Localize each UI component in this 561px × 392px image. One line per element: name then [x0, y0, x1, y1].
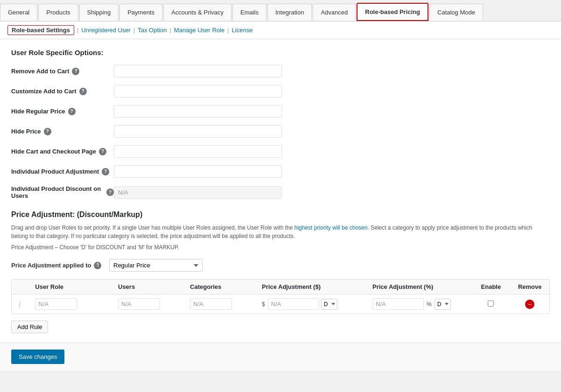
price-dollar-cell: $ D M [257, 294, 368, 314]
form-row-individual-product-discount: Individual Product Discount on Users ? [11, 185, 550, 199]
tab-role-based-pricing[interactable]: Role-based Pricing [357, 3, 428, 21]
price-dollar-select[interactable]: D M [321, 299, 337, 310]
tab-general[interactable]: General [0, 4, 37, 21]
table-row: ⋮ $ [12, 294, 549, 314]
separator-3: | [169, 27, 171, 34]
help-icon-remove-add-to-cart[interactable]: ? [72, 68, 79, 75]
form-row-hide-cart-checkout: Hide Cart and Checkout Page ? [11, 145, 550, 158]
tab-products[interactable]: Products [38, 4, 78, 21]
sub-nav-license[interactable]: License [232, 27, 253, 34]
categories-input[interactable] [190, 298, 232, 310]
users-input[interactable] [118, 298, 160, 310]
col-header-categories: Categories [185, 280, 257, 294]
col-header-enable: Enable [471, 280, 510, 294]
price-adj-applied-row: Price Adjustment applied to ? Regular Pr… [11, 259, 550, 272]
price-pct-cell: % D M [368, 294, 471, 314]
dollar-symbol: $ [262, 301, 265, 308]
users-cell [113, 294, 185, 314]
remove-button[interactable]: − [525, 300, 534, 309]
tab-catalog-mode[interactable]: Catalog Mode [429, 4, 483, 21]
help-icon-hide-cart-checkout[interactable]: ? [99, 148, 106, 155]
price-adj-table: User Role Users Categories Price Adjustm… [12, 280, 549, 314]
tab-emails[interactable]: Emails [232, 4, 266, 21]
label-customize-add-to-cart: Customize Add to Cart ? [11, 88, 114, 95]
help-icon-individual-product-adj[interactable]: ? [102, 168, 109, 175]
enable-cell [471, 294, 510, 314]
sub-nav-active[interactable]: Role-based Settings [7, 25, 74, 35]
col-header-price-dollar: Price Adjustment ($) [257, 280, 368, 294]
col-header-user-role: User Role [30, 280, 113, 294]
tab-advanced[interactable]: Advanced [313, 4, 356, 21]
info-text: Drag and drop User Roles to set priority… [11, 224, 550, 240]
label-individual-product-adj: Individual Product Adjustment ? [11, 168, 114, 175]
price-pct-select[interactable]: D M [435, 299, 451, 310]
help-icon-individual-product-discount[interactable]: ? [106, 189, 114, 196]
tab-accounts-privacy[interactable]: Accounts & Privacy [163, 4, 231, 21]
input-remove-add-to-cart[interactable] [114, 65, 282, 77]
col-header-remove: Remove [510, 280, 549, 294]
user-role-cell [30, 294, 113, 314]
remove-cell: − [510, 294, 549, 314]
input-individual-product-adj[interactable] [114, 165, 282, 178]
label-hide-regular-price: Hide Regular Price ? [11, 108, 114, 115]
help-icon-price-adj-applied[interactable]: ? [94, 262, 101, 269]
drag-handle-cell: ⋮ [12, 294, 30, 314]
input-hide-cart-checkout[interactable] [114, 145, 282, 158]
form-row-individual-product-adj: Individual Product Adjustment ? [11, 165, 550, 178]
sub-nav-tax-option[interactable]: Tax Option [138, 27, 167, 34]
form-row-customize-add-to-cart: Customize Add to Cart ? [11, 85, 550, 98]
price-adj-applied-select[interactable]: Regular Price Sale Price [109, 259, 203, 272]
col-header-drag [12, 280, 30, 294]
col-header-users: Users [113, 280, 185, 294]
tabs-bar: General Products Shipping Payments Accou… [0, 0, 561, 21]
form-row-remove-add-to-cart: Remove Add to Cart ? [11, 65, 550, 77]
user-role-input[interactable] [35, 298, 77, 310]
tab-payments[interactable]: Payments [119, 4, 162, 21]
sub-nav: Role-based Settings | Unregistered User … [0, 21, 561, 39]
sub-nav-manage-user-role[interactable]: Manage User Role [174, 27, 224, 34]
enable-checkbox[interactable] [488, 301, 494, 307]
input-individual-product-discount [114, 186, 282, 199]
input-customize-add-to-cart[interactable] [114, 85, 282, 98]
help-icon-hide-regular-price[interactable]: ? [68, 108, 76, 115]
drag-handle-icon[interactable]: ⋮ [16, 301, 23, 308]
input-hide-regular-price[interactable] [114, 105, 282, 118]
separator-1: | [77, 27, 78, 34]
help-icon-customize-add-to-cart[interactable]: ? [79, 88, 87, 95]
help-icon-hide-price[interactable]: ? [44, 128, 51, 135]
separator-4: | [227, 27, 229, 34]
label-remove-add-to-cart: Remove Add to Cart ? [11, 68, 114, 75]
price-dollar-input[interactable] [268, 298, 319, 310]
form-row-hide-price: Hide Price ? [11, 125, 550, 138]
add-rule-button[interactable]: Add Rule [11, 321, 48, 333]
sub-nav-unregistered-user[interactable]: Unregistered User [81, 27, 131, 34]
tab-shipping[interactable]: Shipping [79, 4, 119, 21]
label-individual-product-discount: Individual Product Discount on Users ? [11, 185, 114, 199]
info-note: Price Adjustment – Choose 'D' for DISCOU… [11, 244, 550, 251]
tab-integration[interactable]: Integration [267, 4, 312, 21]
price-adj-applied-label: Price Adjustment applied to ? [11, 262, 105, 269]
main-content: User Role Specific Options: Remove Add t… [0, 39, 561, 343]
label-hide-price: Hide Price ? [11, 128, 114, 135]
section1-title: User Role Specific Options: [11, 49, 550, 56]
categories-cell [185, 294, 257, 314]
footer: Save changes [0, 343, 561, 371]
pct-symbol: % [427, 301, 432, 308]
separator-2: | [133, 27, 135, 34]
label-hide-cart-checkout: Hide Cart and Checkout Page ? [11, 148, 114, 155]
input-hide-price[interactable] [114, 125, 282, 138]
form-row-hide-regular-price: Hide Regular Price ? [11, 105, 550, 118]
col-header-price-pct: Price Adjustment (%) [368, 280, 471, 294]
save-changes-button[interactable]: Save changes [11, 350, 64, 364]
section2-title: Price Adjustment: (Discount/Markup) [11, 210, 550, 219]
price-pct-input[interactable] [372, 298, 424, 310]
table-wrap: User Role Users Categories Price Adjustm… [11, 279, 550, 314]
